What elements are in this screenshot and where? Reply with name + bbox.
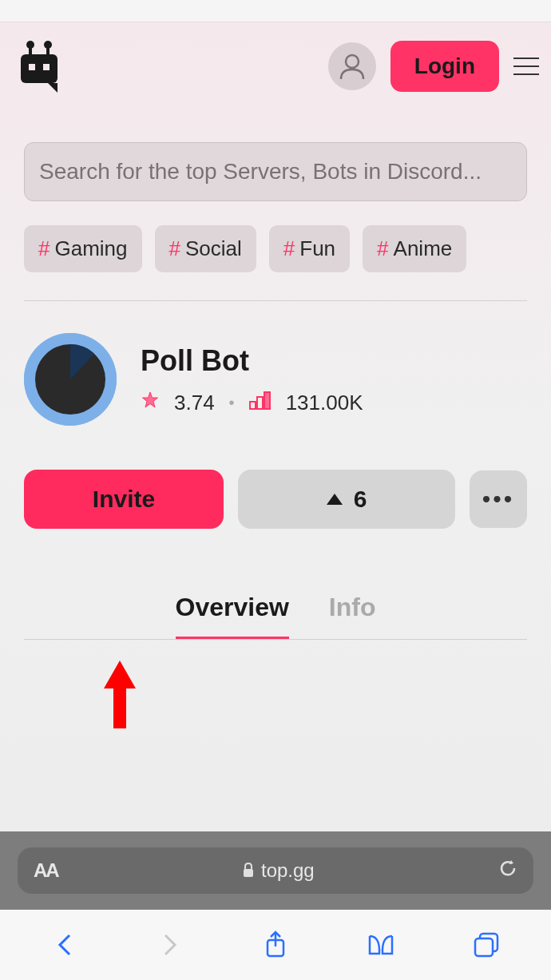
- svg-rect-4: [21, 54, 57, 83]
- tab-info[interactable]: Info: [329, 593, 376, 639]
- bar-chart-icon: [249, 391, 272, 415]
- tag-anime[interactable]: #Anime: [363, 225, 466, 272]
- url-pill[interactable]: AA top.gg: [18, 847, 533, 894]
- bot-name: Poll Bot: [141, 344, 363, 378]
- person-icon: [338, 52, 367, 81]
- login-button[interactable]: Login: [390, 41, 499, 92]
- hash-icon: #: [169, 236, 180, 261]
- hash-icon: #: [283, 236, 295, 261]
- tag-list: #Gaming #Social #Fun #Anime: [0, 217, 551, 300]
- site-header: Login: [0, 22, 551, 110]
- servers-count: 131.00K: [286, 391, 363, 415]
- topgg-logo[interactable]: [16, 38, 62, 94]
- bot-header: Poll Bot 3.74 • 131.00K: [24, 333, 527, 426]
- vote-count: 6: [354, 486, 367, 513]
- bot-stats: 3.74 • 131.00K: [141, 391, 363, 415]
- text-size-icon[interactable]: AA: [34, 859, 58, 882]
- tab-overview[interactable]: Overview: [176, 593, 289, 639]
- back-button[interactable]: [50, 930, 79, 959]
- hash-icon: #: [38, 236, 50, 261]
- separator-dot: •: [229, 394, 235, 412]
- hash-icon: #: [377, 236, 388, 261]
- lock-icon: [242, 863, 255, 879]
- svg-rect-2: [29, 46, 32, 54]
- svg-rect-5: [29, 64, 35, 70]
- hamburger-menu-icon[interactable]: [513, 58, 539, 75]
- user-avatar[interactable]: [328, 42, 376, 90]
- svg-rect-12: [264, 392, 270, 409]
- svg-rect-3: [46, 46, 50, 54]
- svg-rect-16: [475, 938, 493, 956]
- vote-button[interactable]: 6: [238, 470, 455, 529]
- tabs-button[interactable]: [472, 930, 501, 959]
- more-options-button[interactable]: •••: [470, 470, 527, 528]
- search-input[interactable]: Search for the top Servers, Bots in Disc…: [24, 142, 527, 201]
- svg-rect-6: [43, 64, 50, 70]
- url-display: top.gg: [58, 859, 498, 882]
- reload-icon[interactable]: [498, 859, 517, 883]
- annotation-arrow: [100, 661, 140, 736]
- upvote-icon: [327, 494, 343, 505]
- browser-chrome-top: [0, 0, 551, 22]
- share-button[interactable]: [261, 930, 290, 959]
- tag-fun[interactable]: #Fun: [269, 225, 350, 272]
- star-icon: [141, 391, 160, 415]
- bot-info: Poll Bot 3.74 • 131.00K: [141, 344, 363, 415]
- bookmarks-button[interactable]: [367, 930, 395, 959]
- safari-toolbar: [0, 910, 551, 980]
- svg-rect-13: [244, 869, 253, 877]
- bot-avatar[interactable]: [24, 333, 117, 426]
- invite-button[interactable]: Invite: [24, 470, 224, 529]
- svg-rect-11: [257, 397, 263, 409]
- svg-point-7: [346, 55, 359, 68]
- bot-section: Poll Bot 3.74 • 131.00K: [0, 301, 551, 442]
- safari-url-bar: AA top.gg: [0, 831, 551, 910]
- tag-gaming[interactable]: #Gaming: [24, 225, 142, 272]
- svg-rect-10: [250, 402, 256, 409]
- rating-value: 3.74: [174, 391, 215, 415]
- forward-button: [156, 930, 184, 959]
- action-buttons: Invite 6 •••: [0, 442, 551, 557]
- page-content: Login Search for the top Servers, Bots i…: [0, 22, 551, 831]
- tag-social[interactable]: #Social: [155, 225, 256, 272]
- tabs: Overview Info: [24, 557, 527, 640]
